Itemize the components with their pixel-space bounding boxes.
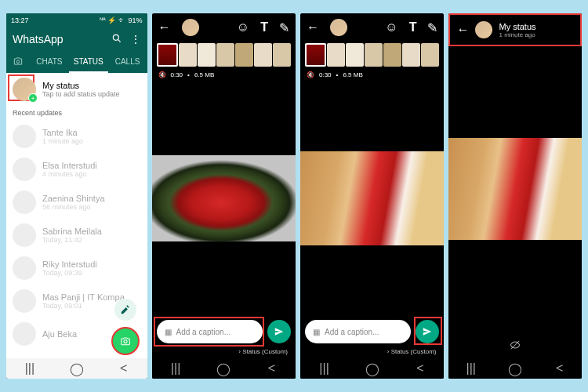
status-contact-row[interactable]: Sabrina MeilalaToday, 11:42 [6,219,147,252]
emoji-icon[interactable]: ☺ [385,20,397,34]
thumb[interactable] [327,43,345,67]
caption-input[interactable]: ▦ Add a caption... [157,320,263,343]
screen-status-list: 13:27 ᴺᴿ ⚡ ᯤ 91% WhatsApp ⋮ CHATS STATUS… [6,13,147,379]
nav-home[interactable]: ◯ [70,361,84,376]
text-icon[interactable]: T [409,20,417,34]
android-nav-bar: ||| ◯ < [6,358,147,379]
caption-placeholder: Add a caption... [176,328,231,336]
nav-home[interactable]: ◯ [216,361,230,376]
editor-toolbar: ← ☺ T ✎ [152,13,296,42]
add-status-badge: + [28,93,38,103]
status-icons: ᴺᴿ ⚡ ᯤ 91% [100,16,143,24]
back-icon[interactable]: ← [158,20,171,34]
android-nav-bar: ||| ◯ < [300,358,444,379]
avatar [475,21,492,38]
thumb[interactable] [365,43,383,67]
thumb[interactable] [179,43,197,67]
contact-time: Today, 11:42 [42,236,141,244]
contact-avatar [13,158,36,181]
status-contact-row[interactable]: Riky InterstudiToday, 09:39 [6,252,147,285]
caption-placeholder: Add a caption... [325,328,379,336]
thumb[interactable] [273,43,291,67]
photo-icon[interactable]: ▦ [165,328,172,336]
nav-back[interactable]: < [413,361,427,376]
viewer-title: My status [499,22,535,31]
more-icon[interactable]: ⋮ [130,33,141,45]
nav-back[interactable]: < [264,361,278,376]
media-preview[interactable] [300,82,444,315]
nav-home[interactable]: ◯ [365,361,379,376]
thumb[interactable] [421,43,439,67]
views-icon[interactable] [448,332,582,358]
nav-back[interactable]: < [117,361,131,376]
mute-icon[interactable]: 🔇 [158,71,166,78]
text-icon[interactable]: T [260,20,268,34]
privacy-indicator[interactable]: › Status (Custom) [300,348,444,358]
nav-recent[interactable]: ||| [464,361,478,376]
screen-viewer: ← My status 1 minute ago ||| ◯ < [448,13,582,379]
draw-icon[interactable]: ✎ [427,20,437,35]
thumb[interactable] [402,43,420,67]
svg-point-0 [113,34,118,40]
mute-icon[interactable]: 🔇 [307,71,314,78]
svg-point-3 [123,340,126,343]
contact-time: 4 minutes ago [42,170,141,178]
status-contact-row[interactable]: Elsa Interstudi4 minutes ago [6,153,147,186]
thumb[interactable] [346,43,364,67]
my-status-subtitle: Tap to add status update [42,90,141,98]
nav-recent[interactable]: ||| [318,361,332,376]
caption-input[interactable]: ▦ Add a caption... [305,320,411,343]
back-icon[interactable]: ← [456,23,469,37]
tab-camera[interactable] [6,51,30,73]
thumb[interactable] [305,43,326,67]
recent-updates-header: Recent updates [6,106,147,120]
nav-recent[interactable]: ||| [169,361,183,376]
back-icon[interactable]: ← [307,20,319,34]
nav-back[interactable]: < [553,361,567,376]
caption-row: ▦ Add a caption... [152,315,296,348]
privacy-indicator[interactable]: › Status (Custom) [152,348,296,358]
status-contact-row[interactable]: Zaenina Shintya56 minutes ago [6,186,147,219]
my-status-row[interactable]: + My status Tap to add status update [6,73,147,106]
thumb[interactable] [235,43,253,67]
contact-avatar [13,289,36,313]
tab-calls[interactable]: CALLS [108,51,147,73]
media-meta: 🔇 0:30•6.5 MB [152,68,296,82]
android-status-bar: 13:27 ᴺᴿ ⚡ ᯤ 91% [6,13,147,27]
edit-fab[interactable] [114,299,136,321]
caption-row: ▦ Add a caption... [300,315,444,348]
viewer-content[interactable] [448,46,582,332]
photo-icon[interactable]: ▦ [313,328,320,336]
status-contact-row[interactable]: Tante Ika1 minute ago [6,120,147,153]
emoji-icon[interactable]: ☺ [237,20,249,34]
media-thumbnails[interactable] [152,42,296,68]
send-button[interactable] [416,320,439,343]
tab-status[interactable]: STATUS [69,51,108,73]
contact-avatar [13,191,36,214]
contact-avatar [13,322,36,346]
send-button[interactable] [267,320,291,343]
tab-chats[interactable]: CHATS [30,51,69,73]
tabs: CHATS STATUS CALLS [6,51,147,73]
draw-icon[interactable]: ✎ [279,20,289,35]
thumb[interactable] [216,43,234,67]
app-title: WhatsApp [13,33,103,45]
my-avatar: + [13,78,36,101]
viewer-header[interactable]: ← My status 1 minute ago [448,13,582,46]
thumb[interactable] [254,43,272,67]
camera-fab[interactable] [111,327,140,355]
screen-editor-2: ← ☺ T ✎ 🔇 0:30•6.5 MB ▦ Add a caption...… [300,13,444,379]
media-thumbnails[interactable] [300,42,444,68]
svg-point-2 [16,60,20,64]
nav-home[interactable]: ◯ [508,361,522,376]
contact-avatar [13,125,36,148]
app-bar: WhatsApp ⋮ [6,27,147,51]
contact-name: Sabrina Meilala [42,227,141,236]
thumb[interactable] [157,43,178,67]
search-icon[interactable] [111,33,122,46]
thumb[interactable] [198,43,216,67]
nav-recent[interactable]: ||| [23,361,37,376]
thumb[interactable] [383,43,401,67]
avatar [182,19,199,36]
media-preview[interactable] [152,82,296,315]
